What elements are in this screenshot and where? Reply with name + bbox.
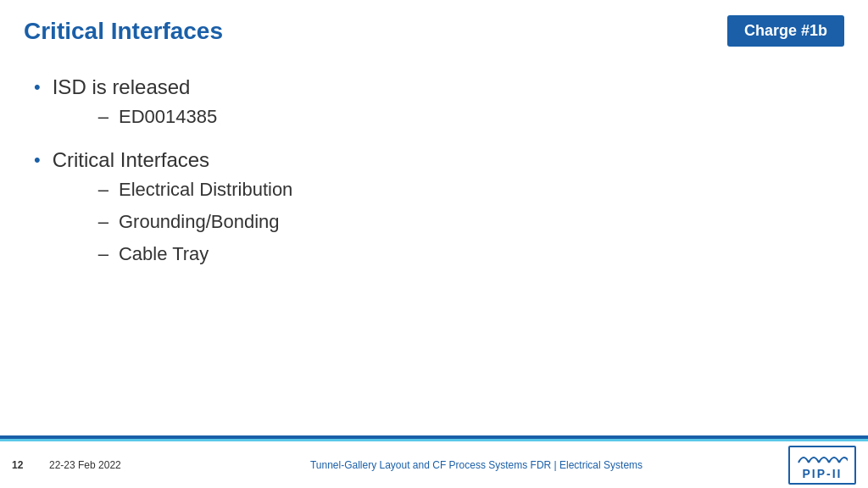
dash-1-1: – <box>98 104 108 130</box>
footer-document-title: Tunnel-Gallery Layout and CF Process Sys… <box>164 459 788 471</box>
bullet-2: • Critical Interfaces – Electrical Distr… <box>34 147 834 273</box>
pip-ii-logo: PIP-II <box>788 446 856 485</box>
bullet-dot-2: • <box>34 148 41 173</box>
slide: Critical Interfaces Charge #1b • ISD is … <box>0 0 868 488</box>
pip-logo-wrapper: PIP-II <box>788 446 856 485</box>
sub-bullet-2-3-text: Cable Tray <box>119 241 209 267</box>
sub-bullet-2-3: – Cable Tray <box>98 241 293 267</box>
sub-bullet-2-1: – Electrical Distribution <box>98 177 293 202</box>
sub-bullet-2-2: – Grounding/Bonding <box>98 209 293 235</box>
pip-wave-svg <box>797 451 848 466</box>
slide-footer: 12 22-23 Feb 2022 Tunnel-Gallery Layout … <box>0 435 868 488</box>
bullet-1-text: ISD is released <box>53 75 191 98</box>
sub-bullets-2: – Electrical Distribution – Grounding/Bo… <box>98 177 293 266</box>
sub-bullets-1: – ED0014385 <box>98 104 217 130</box>
pip-label-text: PIP-II <box>802 468 842 480</box>
footer-left: 12 22-23 Feb 2022 <box>12 459 164 471</box>
footer-date: 22-23 Feb 2022 <box>49 459 121 471</box>
sub-bullet-1-1: – ED0014385 <box>98 104 217 130</box>
bullet-dot-1: • <box>34 75 41 100</box>
footer-content: 12 22-23 Feb 2022 Tunnel-Gallery Layout … <box>0 441 868 488</box>
dash-2-3: – <box>98 241 108 267</box>
sub-bullet-1-1-text: ED0014385 <box>119 104 217 130</box>
bullet-1: • ISD is released – ED0014385 <box>34 74 834 136</box>
slide-header: Critical Interfaces Charge #1b <box>0 0 868 55</box>
slide-content: • ISD is released – ED0014385 • Critical… <box>0 55 868 292</box>
pip-logo-waves <box>797 451 848 466</box>
footer-page-number: 12 <box>12 459 29 471</box>
bullet-2-text: Critical Interfaces <box>53 148 209 171</box>
dash-2-1: – <box>98 177 108 202</box>
charge-badge: Charge #1b <box>727 15 844 47</box>
sub-bullet-2-2-text: Grounding/Bonding <box>119 209 280 235</box>
dash-2-2: – <box>98 209 108 235</box>
sub-bullet-2-1-text: Electrical Distribution <box>119 177 292 202</box>
slide-title: Critical Interfaces <box>24 18 223 45</box>
